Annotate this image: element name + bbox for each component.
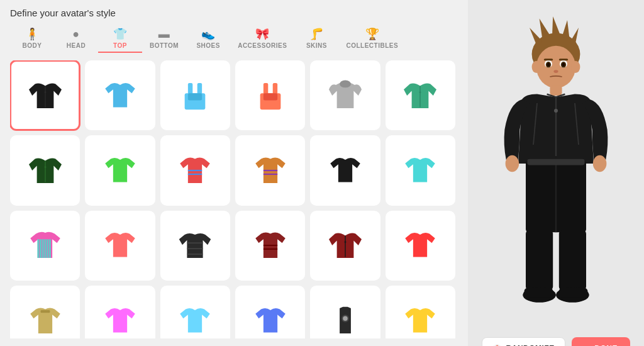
svg-point-52 [553, 70, 558, 73]
randomize-button[interactable]: 🎲 RANDOMIZE [482, 337, 565, 346]
item-card[interactable] [386, 286, 455, 338]
svg-rect-2 [188, 83, 192, 95]
item-card[interactable] [160, 135, 230, 205]
bottom-icon: ▬ [158, 28, 170, 40]
item-card[interactable] [160, 286, 230, 338]
tab-bottom-label: BOTTOM [150, 42, 179, 49]
svg-point-68 [554, 109, 558, 113]
item-card[interactable] [10, 135, 80, 205]
item-card[interactable] [386, 211, 455, 281]
item-card[interactable] [310, 286, 380, 338]
svg-marker-40 [570, 28, 579, 47]
svg-point-43 [571, 61, 580, 73]
svg-rect-59 [526, 230, 553, 291]
svg-rect-53 [550, 85, 562, 96]
collectibles-icon: 🏆 [365, 28, 380, 40]
svg-marker-39 [562, 20, 570, 39]
shoes-icon: 👟 [201, 28, 216, 40]
tab-skins-label: SKINS [306, 42, 327, 49]
svg-point-41 [536, 46, 575, 88]
item-card[interactable] [85, 286, 155, 338]
item-card[interactable] [85, 60, 155, 130]
svg-rect-50 [544, 59, 553, 60]
svg-rect-63 [525, 288, 553, 297]
svg-rect-51 [559, 59, 568, 60]
tab-shoes[interactable]: 👟 SHOES [186, 26, 230, 53]
action-buttons: 🎲 RANDOMIZE ✓ DONE [480, 337, 631, 346]
svg-point-49 [562, 63, 565, 67]
item-card[interactable] [160, 60, 230, 130]
svg-marker-38 [552, 16, 560, 35]
item-card[interactable] [235, 60, 305, 130]
item-card[interactable] [310, 135, 380, 205]
tab-shoes-label: SHOES [196, 42, 220, 49]
accessories-icon: 🎀 [255, 28, 270, 40]
svg-rect-6 [264, 83, 268, 95]
svg-point-1 [44, 91, 46, 93]
avatar [480, 13, 631, 337]
svg-rect-3 [197, 83, 202, 95]
item-card[interactable] [310, 211, 380, 281]
top-icon: 👕 [113, 28, 128, 40]
svg-point-12 [419, 91, 421, 93]
item-card[interactable] [85, 211, 155, 281]
svg-point-42 [532, 61, 541, 73]
item-card[interactable] [310, 60, 380, 130]
svg-marker-37 [540, 19, 550, 39]
svg-rect-61 [527, 159, 584, 165]
tab-top-label: TOP [113, 42, 127, 49]
tab-head-label: HEAD [67, 42, 86, 49]
skins-icon: 🦵 [309, 28, 324, 40]
tab-top[interactable]: 👕 TOP [98, 26, 142, 53]
item-card[interactable] [10, 211, 80, 281]
item-card[interactable] [386, 135, 455, 205]
item-card[interactable] [235, 211, 305, 281]
item-card[interactable] [160, 211, 230, 281]
svg-point-56 [593, 155, 607, 172]
svg-rect-9 [264, 93, 277, 100]
svg-point-34 [343, 316, 347, 320]
items-grid-container [10, 60, 458, 338]
item-card[interactable] [235, 286, 305, 338]
svg-rect-60 [559, 230, 586, 291]
tab-skins[interactable]: 🦵 SKINS [294, 26, 338, 53]
tab-accessories[interactable]: 🎀 ACCESSORIES [230, 26, 294, 53]
item-card[interactable] [235, 135, 305, 205]
tab-bottom[interactable]: ▬ BOTTOM [142, 26, 186, 53]
svg-point-48 [547, 63, 550, 67]
svg-rect-65 [559, 288, 588, 297]
tab-head[interactable]: ● HEAD [54, 26, 98, 53]
svg-rect-5 [188, 93, 202, 100]
item-card[interactable] [85, 135, 155, 205]
item-card[interactable] [386, 60, 455, 130]
svg-point-31 [344, 242, 346, 243]
svg-rect-7 [272, 83, 277, 95]
svg-point-55 [506, 155, 519, 172]
tab-body-label: BODY [23, 42, 42, 49]
avatar-container [480, 13, 631, 337]
page-title: Define your avatar's style [10, 8, 458, 18]
tab-body[interactable]: 🧍 BODY [10, 26, 54, 53]
main-container: Define your avatar's style 🧍 BODY ● HEAD… [0, 0, 644, 346]
item-card[interactable] [10, 286, 80, 338]
svg-point-10 [340, 80, 351, 87]
svg-rect-32 [40, 310, 50, 313]
left-panel: Define your avatar's style 🧍 BODY ● HEAD… [0, 0, 468, 346]
head-icon: ● [72, 28, 79, 40]
right-panel: 🎲 RANDOMIZE ✓ DONE [468, 0, 644, 346]
tab-collectibles-label: COLLECTIBLES [346, 42, 398, 49]
tab-accessories-label: ACCESSORIES [238, 42, 287, 49]
item-card[interactable] [10, 60, 80, 130]
items-grid [10, 60, 458, 338]
svg-point-14 [44, 166, 46, 168]
body-icon: 🧍 [25, 28, 40, 40]
nav-tabs: 🧍 BODY ● HEAD 👕 TOP ▬ BOTTOM 👟 SHOES 🎀 [10, 26, 458, 53]
tab-collectibles[interactable]: 🏆 COLLECTIBLES [338, 26, 406, 53]
done-button[interactable]: ✓ DONE [572, 337, 630, 346]
